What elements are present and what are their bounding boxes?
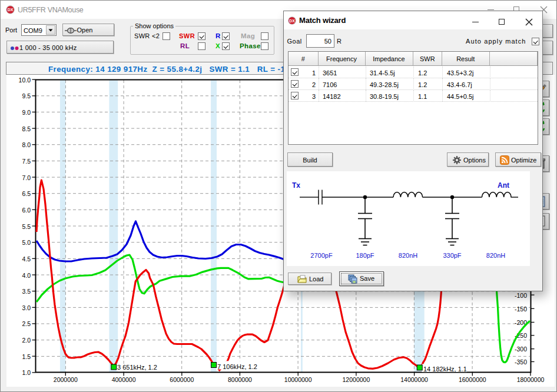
svg-text:330pF: 330pF bbox=[443, 252, 461, 259]
svg-text:-150: -150 bbox=[515, 305, 527, 313]
svg-text:8.5: 8.5 bbox=[22, 125, 31, 132]
svg-text:4.5: 4.5 bbox=[22, 255, 31, 263]
svg-text:2000000: 2000000 bbox=[54, 376, 78, 383]
svg-text:6000000: 6000000 bbox=[170, 376, 194, 383]
svg-text:-100: -100 bbox=[515, 292, 527, 299]
svg-text:16000000: 16000000 bbox=[459, 376, 486, 383]
svg-text:820nH: 820nH bbox=[486, 252, 505, 259]
svg-text:Ant: Ant bbox=[498, 181, 509, 190]
svg-text:7.0: 7.0 bbox=[22, 174, 31, 181]
svg-text:DX: DX bbox=[289, 19, 295, 23]
svg-text:10000000: 10000000 bbox=[284, 376, 312, 383]
svg-text:4000000: 4000000 bbox=[112, 376, 136, 383]
svg-text:14000000: 14000000 bbox=[400, 376, 428, 383]
svg-text:180pF: 180pF bbox=[356, 252, 374, 259]
svg-text:2700pF: 2700pF bbox=[310, 252, 333, 259]
svg-text:10.0: 10.0 bbox=[19, 77, 31, 84]
svg-text:1.0: 1.0 bbox=[22, 369, 31, 376]
svg-text:5.0: 5.0 bbox=[22, 239, 31, 246]
svg-text:3 651kHz, 1.2: 3 651kHz, 1.2 bbox=[117, 364, 157, 371]
svg-text:12000000: 12000000 bbox=[343, 376, 370, 383]
svg-text:2.0: 2.0 bbox=[22, 337, 31, 344]
svg-text:1.5: 1.5 bbox=[22, 353, 31, 360]
svg-text:7.5: 7.5 bbox=[22, 158, 31, 165]
svg-text:8.0: 8.0 bbox=[22, 141, 31, 148]
svg-text:-300: -300 bbox=[515, 346, 527, 353]
svg-text:4.0: 4.0 bbox=[22, 272, 31, 279]
svg-text:3.0: 3.0 bbox=[22, 304, 31, 311]
svg-text:6.5: 6.5 bbox=[22, 190, 31, 197]
svg-text:5.5: 5.5 bbox=[22, 223, 31, 230]
svg-text:9.5: 9.5 bbox=[22, 92, 31, 99]
svg-text:2.5: 2.5 bbox=[22, 320, 31, 327]
svg-text:3.5: 3.5 bbox=[22, 288, 31, 295]
svg-text:9.0: 9.0 bbox=[22, 109, 31, 116]
svg-text:14 182kHz, 1.1: 14 182kHz, 1.1 bbox=[423, 366, 467, 373]
svg-text:Tx: Tx bbox=[292, 181, 300, 190]
svg-text:7 106kHz, 1.2: 7 106kHz, 1.2 bbox=[217, 363, 257, 370]
svg-text:-350: -350 bbox=[515, 358, 527, 366]
svg-text:18000000: 18000000 bbox=[517, 376, 545, 383]
svg-text:6.0: 6.0 bbox=[22, 207, 31, 214]
svg-text:820nH: 820nH bbox=[399, 252, 417, 259]
svg-text:8000000: 8000000 bbox=[228, 376, 252, 383]
